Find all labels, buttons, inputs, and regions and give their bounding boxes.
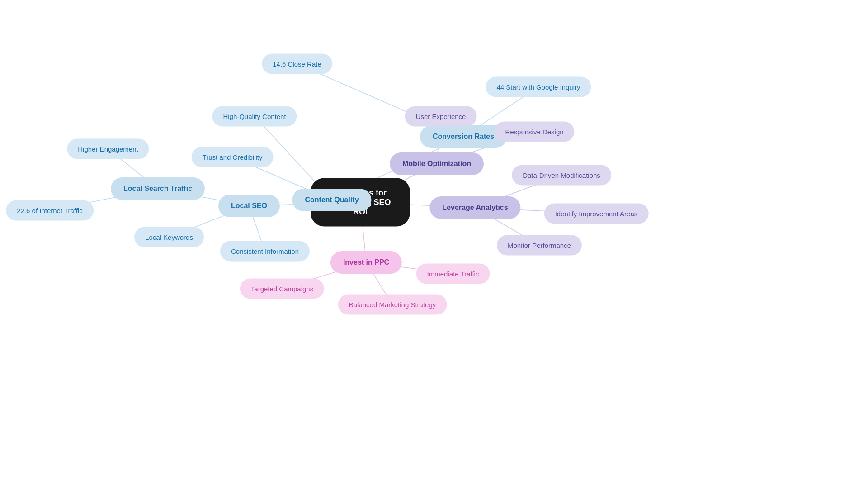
node-identify-improvement[interactable]: Identify Improvement Areas: [544, 204, 649, 224]
mind-map: Strategies for Enhancing SEO ROIConversi…: [0, 0, 868, 490]
node-higher-engagement[interactable]: Higher Engagement: [67, 139, 149, 159]
node-responsive-design[interactable]: Responsive Design: [494, 122, 574, 142]
node-22-internet-traffic[interactable]: 22.6 of Internet Traffic: [6, 200, 94, 221]
node-immediate-traffic[interactable]: Immediate Traffic: [416, 264, 490, 284]
node-trust-credibility[interactable]: Trust and Credibility: [192, 147, 274, 167]
connections-svg: [0, 0, 868, 490]
node-conversion-rates[interactable]: Conversion Rates: [420, 125, 507, 148]
node-invest-ppc[interactable]: Invest in PPC: [330, 251, 402, 274]
node-local-seo[interactable]: Local SEO: [218, 195, 280, 217]
node-14-close-rate[interactable]: 14.6 Close Rate: [262, 54, 332, 74]
node-targeted-campaigns[interactable]: Targeted Campaigns: [240, 279, 324, 299]
node-44-google[interactable]: 44 Start with Google Inquiry: [486, 77, 591, 97]
node-local-search-traffic[interactable]: Local Search Traffic: [111, 177, 205, 200]
node-balanced-marketing[interactable]: Balanced Marketing Strategy: [338, 295, 447, 315]
node-monitor-performance[interactable]: Monitor Performance: [497, 235, 582, 256]
node-local-keywords[interactable]: Local Keywords: [134, 227, 204, 247]
node-leverage-analytics[interactable]: Leverage Analytics: [429, 196, 520, 219]
node-user-experience[interactable]: User Experience: [405, 106, 477, 127]
node-consistent-information[interactable]: Consistent Information: [220, 241, 310, 262]
node-high-quality-content[interactable]: High-Quality Content: [212, 106, 297, 127]
node-content-quality[interactable]: Content Quality: [292, 189, 371, 211]
node-data-driven[interactable]: Data-Driven Modifications: [512, 165, 611, 186]
node-mobile-optimization[interactable]: Mobile Optimization: [390, 152, 484, 175]
